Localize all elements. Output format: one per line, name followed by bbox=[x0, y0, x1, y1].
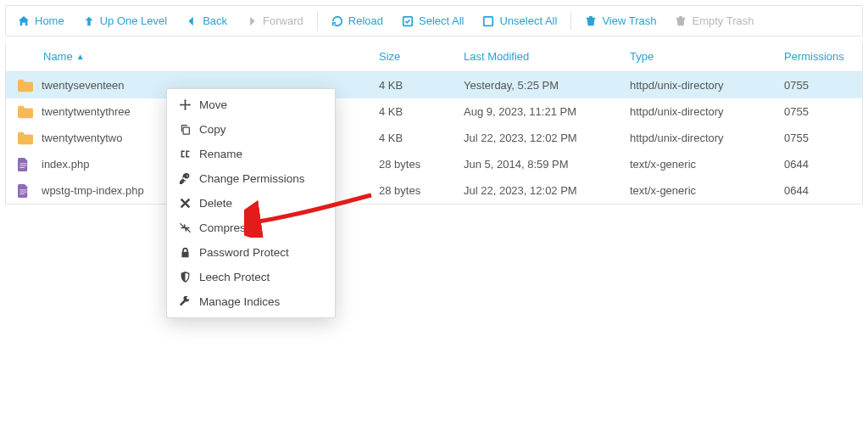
unselect-all-label: Unselect All bbox=[499, 14, 557, 27]
view-trash-button[interactable]: View Trash bbox=[576, 11, 665, 31]
file-size: 4 KB bbox=[379, 105, 464, 118]
column-header-size[interactable]: Size bbox=[379, 50, 464, 63]
up-label: Up One Level bbox=[100, 14, 168, 27]
folder-icon bbox=[18, 105, 33, 119]
context-menu-label: Delete bbox=[199, 197, 232, 210]
toolbar: Home Up One Level Back Forward Reload Se… bbox=[5, 5, 863, 36]
document-icon bbox=[18, 158, 33, 171]
context-menu-label: Compress bbox=[199, 221, 252, 234]
wrench-icon bbox=[179, 296, 191, 308]
file-type: httpd/unix-directory bbox=[630, 132, 784, 144]
table-row[interactable]: wpstg-tmp-index.php28 bytesJul 22, 2023,… bbox=[6, 177, 862, 204]
file-name: index.php bbox=[42, 158, 89, 171]
table-row[interactable]: twentytwentytwo4 KBJul 22, 2023, 12:02 P… bbox=[6, 125, 862, 151]
context-menu-label: Change Permissions bbox=[199, 172, 305, 185]
context-menu-item-move[interactable]: Move bbox=[167, 92, 335, 117]
rename-icon bbox=[179, 149, 191, 160]
context-menu-item-indices[interactable]: Manage Indices bbox=[167, 289, 335, 314]
file-type: text/x-generic bbox=[630, 184, 784, 197]
file-modified: Jun 5, 2014, 8:59 PM bbox=[464, 158, 630, 171]
context-menu-label: Password Protect bbox=[199, 246, 289, 259]
home-label: Home bbox=[35, 14, 64, 27]
column-header-name[interactable]: Name▲ bbox=[6, 50, 379, 63]
file-type: httpd/unix-directory bbox=[630, 105, 784, 118]
arrow-right-icon bbox=[246, 15, 258, 27]
x-icon bbox=[179, 198, 191, 210]
context-menu-item-leech[interactable]: Leech Protect bbox=[167, 265, 335, 289]
empty-trash-label: Empty Trash bbox=[692, 14, 754, 27]
file-permissions: 0644 bbox=[784, 158, 862, 171]
compress-icon bbox=[179, 222, 191, 234]
context-menu-label: Copy bbox=[199, 123, 226, 136]
view-trash-label: View Trash bbox=[602, 14, 656, 27]
key-icon bbox=[179, 173, 191, 185]
context-menu-item-pwprotect[interactable]: Password Protect bbox=[167, 240, 335, 265]
context-menu-label: Rename bbox=[199, 148, 242, 160]
context-menu-item-delete[interactable]: Delete bbox=[167, 191, 335, 216]
column-header-type[interactable]: Type bbox=[630, 50, 784, 63]
context-menu-label: Leech Protect bbox=[199, 271, 270, 283]
forward-label: Forward bbox=[263, 14, 303, 27]
table-header: Name▲ Size Last Modified Type Permission… bbox=[6, 42, 862, 72]
up-icon bbox=[83, 15, 95, 27]
trash-icon bbox=[675, 15, 687, 27]
up-one-level-button[interactable]: Up One Level bbox=[75, 11, 176, 31]
file-modified: Jul 22, 2023, 12:02 PM bbox=[464, 184, 630, 197]
toolbar-separator bbox=[570, 12, 571, 31]
file-modified: Yesterday, 5:25 PM bbox=[464, 79, 630, 92]
home-button[interactable]: Home bbox=[9, 11, 73, 31]
file-type: httpd/unix-directory bbox=[630, 79, 784, 92]
document-icon bbox=[18, 184, 33, 198]
table-body: twentyseventeen4 KBYesterday, 5:25 PMhtt… bbox=[6, 72, 862, 204]
file-permissions: 0644 bbox=[784, 184, 862, 197]
lock-icon bbox=[179, 247, 191, 259]
context-menu-label: Move bbox=[199, 98, 227, 111]
folder-icon bbox=[18, 79, 33, 92]
column-header-modified[interactable]: Last Modified bbox=[464, 50, 630, 63]
file-name: twentytwentythree bbox=[42, 105, 131, 118]
arrow-left-icon bbox=[186, 15, 198, 27]
file-size: 4 KB bbox=[379, 79, 464, 92]
file-permissions: 0755 bbox=[784, 105, 862, 118]
reload-icon bbox=[331, 15, 343, 27]
svg-rect-2 bbox=[183, 127, 189, 134]
back-button[interactable]: Back bbox=[177, 11, 236, 31]
file-name: wpstg-tmp-index.php bbox=[42, 184, 144, 197]
check-square-icon bbox=[402, 15, 414, 27]
context-menu-item-rename[interactable]: Rename bbox=[167, 142, 335, 166]
file-permissions: 0755 bbox=[784, 132, 862, 144]
file-modified: Aug 9, 2023, 11:21 PM bbox=[464, 105, 630, 118]
empty-square-icon bbox=[482, 15, 494, 27]
reload-label: Reload bbox=[348, 14, 383, 27]
context-menu: MoveCopyRenameChange PermissionsDeleteCo… bbox=[166, 88, 336, 318]
context-menu-label: Manage Indices bbox=[199, 295, 280, 308]
empty-trash-button[interactable]: Empty Trash bbox=[666, 11, 762, 31]
table-row[interactable]: index.php28 bytesJun 5, 2014, 8:59 PMtex… bbox=[6, 151, 862, 177]
file-permissions: 0755 bbox=[784, 79, 862, 92]
select-all-label: Select All bbox=[419, 14, 464, 27]
back-label: Back bbox=[203, 14, 227, 27]
table-row[interactable]: twentytwentythree4 KBAug 9, 2023, 11:21 … bbox=[6, 98, 862, 125]
folder-icon bbox=[18, 132, 33, 145]
reload-button[interactable]: Reload bbox=[323, 11, 392, 31]
file-name: twentytwentytwo bbox=[42, 132, 122, 144]
move-icon bbox=[179, 99, 191, 111]
file-type: text/x-generic bbox=[630, 158, 784, 171]
context-menu-item-copy[interactable]: Copy bbox=[167, 117, 335, 142]
sort-asc-icon: ▲ bbox=[76, 52, 85, 61]
file-size: 28 bytes bbox=[379, 184, 464, 197]
column-header-permissions[interactable]: Permissions bbox=[784, 50, 862, 63]
file-modified: Jul 22, 2023, 12:02 PM bbox=[464, 132, 630, 144]
home-icon bbox=[18, 15, 30, 27]
unselect-all-button[interactable]: Unselect All bbox=[474, 11, 565, 31]
svg-rect-1 bbox=[484, 16, 493, 25]
context-menu-item-chperm[interactable]: Change Permissions bbox=[167, 166, 335, 191]
shield-icon bbox=[179, 272, 191, 283]
context-menu-item-compress[interactable]: Compress bbox=[167, 216, 335, 240]
table-row[interactable]: twentyseventeen4 KBYesterday, 5:25 PMhtt… bbox=[6, 72, 862, 98]
trash-icon bbox=[585, 15, 597, 27]
forward-button[interactable]: Forward bbox=[237, 11, 312, 31]
toolbar-separator bbox=[317, 12, 318, 31]
file-size: 28 bytes bbox=[379, 158, 464, 171]
select-all-button[interactable]: Select All bbox=[393, 11, 472, 31]
